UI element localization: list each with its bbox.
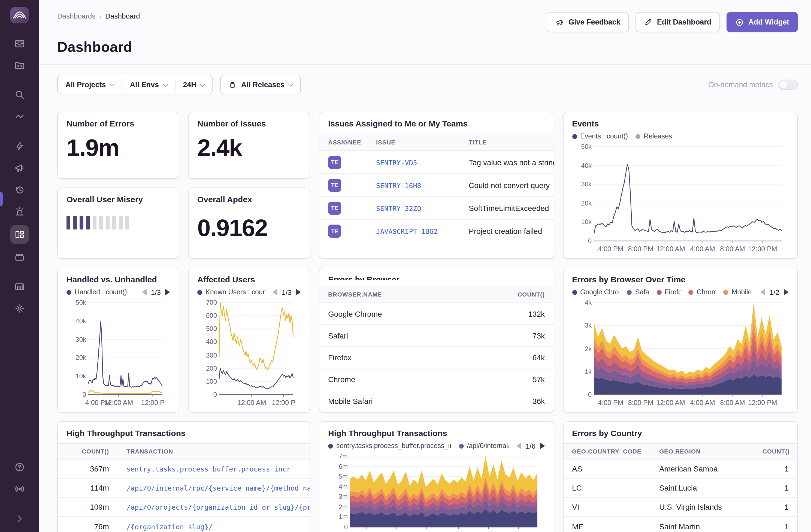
- next-page-icon[interactable]: [784, 289, 789, 295]
- issue-link[interactable]: SENTRY-32ZQ: [367, 203, 460, 212]
- widget-issues-assigned[interactable]: Issues Assigned to Me or My Teams Assign…: [319, 112, 554, 259]
- legend-item[interactable]: Mobile S: [723, 288, 753, 296]
- previous-page-icon[interactable]: [273, 289, 277, 295]
- sidebar-item-issues[interactable]: [10, 35, 29, 52]
- sidebar-item-settings[interactable]: [10, 300, 29, 317]
- legend-item[interactable]: Known Users : cour: [197, 288, 265, 296]
- sidebar-item-stats[interactable]: [10, 278, 29, 295]
- sidebar-item-performance[interactable]: [10, 138, 29, 154]
- widget-user-misery[interactable]: Overall User Misery: [57, 187, 179, 259]
- releases-filter[interactable]: All Releases: [221, 78, 300, 90]
- widget-high-throughput-table[interactable]: High Throughput Transactions Count()Tran…: [57, 421, 310, 532]
- widget-errors-by-country[interactable]: Errors by Country Geo.Country_CodeGeo.Re…: [563, 421, 798, 532]
- project-filter[interactable]: All Projects: [58, 78, 122, 90]
- y-axis-tick: 3k: [585, 322, 592, 330]
- avatar[interactable]: TE: [328, 201, 341, 214]
- widget-title: Number of Issues: [197, 119, 301, 128]
- sidebar-item-alerts[interactable]: [10, 203, 29, 220]
- chart-legend: Events : count()Releases: [572, 131, 789, 141]
- column-header[interactable]: Issue: [367, 139, 460, 146]
- link[interactable]: sentry.tasks.process_buffer.process_incr: [126, 465, 291, 473]
- sidebar-item-replays[interactable]: [10, 182, 29, 198]
- on-demand-metrics-toggle[interactable]: [778, 79, 798, 90]
- widget-title: Number of Errors: [66, 119, 170, 128]
- column-header[interactable]: Count(): [754, 448, 797, 455]
- issue-link[interactable]: /{organization_slug}/: [118, 522, 309, 531]
- column-header[interactable]: Transaction: [118, 448, 309, 455]
- widget-errors-by-browser[interactable]: Errors by Browser Browser.NameCount()Goo…: [319, 268, 554, 413]
- sidebar-item-traces[interactable]: [10, 108, 29, 125]
- widget-errors-by-browser-over-time[interactable]: Errors by Browser Over Time Google Chrom…: [563, 268, 798, 413]
- add-widget-button[interactable]: Add Widget: [726, 12, 798, 32]
- sidebar-item-whats-new[interactable]: [10, 481, 29, 497]
- widget-high-throughput-chart[interactable]: High Throughput Transactions sentry.task…: [319, 421, 554, 532]
- sidebar-item-search[interactable]: [10, 87, 29, 103]
- next-page-icon[interactable]: [165, 289, 170, 295]
- sidebar-item-archive[interactable]: [10, 249, 29, 265]
- edit-dashboard-button[interactable]: Edit Dashboard: [636, 12, 720, 32]
- issue-link[interactable]: /api/0/internal/rpc/{service_name}/{meth…: [118, 484, 309, 492]
- link[interactable]: JAVASCRIPT-1BG2: [376, 227, 438, 235]
- column-header[interactable]: Browser.Name: [319, 291, 499, 298]
- issue-link[interactable]: /api/0/projects/{organization_id_or_slug…: [118, 503, 309, 511]
- sidebar-item-explore[interactable]: [10, 57, 29, 74]
- sentry-logo[interactable]: [10, 7, 29, 24]
- legend-item[interactable]: Handled : count(): [66, 288, 127, 296]
- link[interactable]: /api/0/internal/rpc/{service_name}/{meth…: [126, 484, 309, 492]
- legend-item[interactable]: sentry.tasks.process_buffer.process_incr: [328, 442, 451, 450]
- previous-page-icon[interactable]: [142, 289, 147, 295]
- column-header[interactable]: Geo.Region: [651, 448, 754, 455]
- legend-item[interactable]: Safari: [627, 288, 649, 296]
- column-header[interactable]: Geo.Country_Code: [563, 448, 651, 455]
- widget-overall-apdex[interactable]: Overall Apdex 0.9162: [188, 187, 310, 259]
- issue-link[interactable]: JAVASCRIPT-1BG2: [367, 227, 460, 235]
- avatar[interactable]: TE: [328, 156, 341, 169]
- avatar[interactable]: TE: [328, 225, 341, 238]
- widget-affected-users[interactable]: Affected Users Known Users : cour1/3 700…: [188, 268, 310, 413]
- date-range-filter[interactable]: 24H: [175, 78, 212, 90]
- legend-item[interactable]: /api/0/internal/r: [459, 442, 508, 450]
- assignee-cell: TE: [319, 156, 367, 169]
- link[interactable]: /api/0/projects/{organization_id_or_slug…: [126, 503, 309, 511]
- avatar[interactable]: TE: [328, 179, 341, 192]
- column-header[interactable]: Count(): [499, 291, 553, 298]
- cell: 76m: [58, 522, 118, 531]
- sidebar-collapse-toggle[interactable]: [10, 510, 29, 527]
- next-page-icon[interactable]: [296, 289, 301, 295]
- previous-page-icon[interactable]: [760, 289, 765, 295]
- link[interactable]: /{organization_slug}/: [126, 522, 213, 531]
- y-axis-tick: 600: [206, 312, 217, 319]
- link[interactable]: SENTRY-VD5: [376, 158, 417, 167]
- sidebar-item-dashboards[interactable]: [10, 225, 29, 244]
- widget-events[interactable]: Events Events : count()Releases 50k40k30…: [563, 112, 798, 259]
- previous-page-icon[interactable]: [516, 443, 521, 449]
- column-header[interactable]: Assignee: [319, 139, 367, 146]
- column-header[interactable]: Count(): [58, 448, 118, 455]
- issue-link[interactable]: SENTRY-VD5: [367, 158, 460, 167]
- widget-number-of-errors[interactable]: Number of Errors 1.9m: [57, 112, 179, 179]
- assignee-cell: TE: [319, 225, 367, 238]
- legend-item[interactable]: Events : count(): [572, 133, 628, 140]
- next-page-icon[interactable]: [540, 443, 545, 449]
- legend-dot: [723, 290, 729, 294]
- table-row: Firefox64k: [319, 347, 553, 368]
- legend-label: Known Users : cour: [205, 288, 265, 296]
- legend-item[interactable]: Firefox: [657, 288, 681, 296]
- give-feedback-button[interactable]: Give Feedback: [547, 12, 629, 32]
- legend-item[interactable]: Chrome: [689, 288, 716, 296]
- issue-link[interactable]: SENTRY-16H8: [367, 181, 460, 189]
- sidebar-item-feedback[interactable]: [10, 160, 29, 176]
- link[interactable]: SENTRY-16H8: [376, 181, 421, 189]
- environment-filter[interactable]: All Envs: [122, 78, 175, 90]
- sidebar-item-help[interactable]: [10, 459, 29, 475]
- widget-number-of-issues[interactable]: Number of Issues 2.4k: [188, 112, 310, 179]
- column-header[interactable]: Title: [460, 139, 553, 146]
- breadcrumb-dashboards[interactable]: Dashboards: [57, 12, 95, 20]
- widget-handled-vs-unhandled[interactable]: Handled vs. Unhandled Handled : count()1…: [57, 268, 179, 413]
- misery-segment: [80, 216, 83, 229]
- link[interactable]: SENTRY-32ZQ: [376, 204, 421, 212]
- legend-item[interactable]: Google Chrome: [572, 288, 619, 296]
- top-actions: Give Feedback Edit Dashboard Add Widget: [547, 12, 798, 32]
- issue-link[interactable]: sentry.tasks.process_buffer.process_incr: [118, 465, 309, 473]
- legend-item[interactable]: Releases: [636, 133, 672, 140]
